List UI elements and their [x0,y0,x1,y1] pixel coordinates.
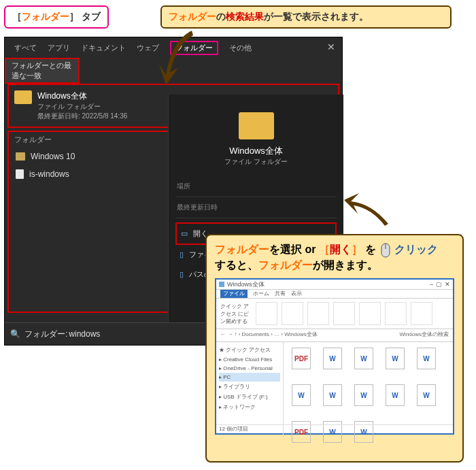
word-icon: W [386,348,405,369]
word-icon: W [386,384,405,406]
arrow-icon [344,186,392,227]
file-item[interactable]: W [289,384,313,414]
tab-docs[interactable]: ドキュメント [81,43,126,53]
folder-icon [219,282,224,287]
word-icon: W [323,348,342,369]
tab-all[interactable]: すべて [14,43,37,53]
explorer-ribbon: クイック アクセス にピン留めする [216,299,453,329]
best-match-title: Windows全体 [37,90,127,102]
file-icon [16,169,24,179]
detail-subtitle: ファイル フォルダー [175,157,337,167]
detail-label-place: 場所 [175,176,337,197]
side-lib[interactable]: ▸ ライブラリ [219,382,280,392]
copy-icon: ▯ [180,270,184,279]
best-match-header: フォルダーとの最適な一致 [5,58,80,84]
callout-folder-tab: ［フォルダー］ タブ [4,5,109,29]
explorer-sidebar: ★ クイック アクセス ▸ Creative Cloud Files ▸ One… [216,342,284,437]
best-match-date: 最終更新日時: 2022/5/8 14:36 [37,112,127,121]
tab-apps[interactable]: アプリ [48,43,70,53]
max-icon[interactable]: ▢ [436,281,442,288]
search-icon: 🔍 [10,329,20,339]
ribbon-tab-view[interactable]: 表示 [291,290,302,298]
explorer-ribbon-tabs: ファイル ホーム 共有 表示 [216,290,453,299]
best-match-type: ファイル フォルダー [37,102,127,112]
explorer-file-pane[interactable]: PDFWWWWWWWWWPDFWW [284,342,453,437]
explorer-window: Windows全体 – ▢ ✕ ファイル ホーム 共有 表示 クイック アクセス… [215,278,454,435]
callout-top: フォルダーの検索結果が一覧で表示されます。 [160,5,452,29]
file-item[interactable]: W [414,348,439,377]
ribbon-tab-home[interactable]: ホーム [253,290,269,298]
close-icon[interactable]: ✕ [445,281,450,288]
file-item[interactable]: W [383,348,407,377]
file-item[interactable]: W [383,384,407,414]
side-usb[interactable]: ▸ USB ドライブ (F:) [219,392,280,402]
explorer-search-box[interactable]: Windows全体の検索 [400,331,449,338]
word-icon: W [417,384,436,406]
mouse-icon [379,242,392,258]
arrow-icon [158,27,199,88]
word-icon: W [292,384,311,406]
folder-icon [14,90,32,104]
folder-icon: ▯ [180,250,184,259]
file-item[interactable]: PDF [289,348,313,377]
ribbon-btn[interactable] [256,302,277,325]
file-item[interactable]: W [320,384,345,414]
ribbon-tab-file[interactable]: ファイル [220,290,248,298]
open-icon: ▭ [181,229,188,238]
pdf-icon: PDF [292,348,311,369]
callout-lower: フォルダーを選択 or ［開く］ を クリック すると、フォルダーが開きます。 … [205,234,464,463]
word-icon: W [417,348,436,369]
word-icon: W [354,384,373,406]
ribbon-btn[interactable] [385,302,407,325]
ribbon-btn[interactable] [411,302,432,325]
folder-icon [239,112,274,139]
side-net[interactable]: ▸ ネットワーク [219,402,280,412]
side-onedrive[interactable]: ▸ OneDrive - Personal [219,364,280,373]
detail-title: Windows全体 [175,145,337,157]
file-item[interactable]: W [320,348,345,377]
file-item[interactable]: W [414,384,439,414]
tab-more[interactable]: その他 [229,43,252,53]
file-item[interactable]: W [352,348,376,377]
file-item[interactable]: W [352,384,376,414]
detail-label-date: 最終更新日時 [175,197,337,218]
word-icon: W [323,384,342,406]
folder-icon [16,152,25,161]
side-quick[interactable]: ★ クイック アクセス [219,345,280,355]
ribbon-btn[interactable] [333,302,355,325]
side-cc[interactable]: ▸ Creative Cloud Files [219,355,280,364]
explorer-statusbar: 12 個の項目 [216,424,453,433]
ribbon-btn-pin[interactable]: クイック アクセス にピン留めする [220,303,252,325]
side-pc[interactable]: ▸ PC [219,373,280,382]
word-icon: W [354,348,373,369]
explorer-title: Windows全体 [227,280,265,289]
ribbon-btn[interactable] [359,302,381,325]
tab-web[interactable]: ウェブ [137,43,159,53]
search-prefix: フォルダー: [24,329,67,340]
explorer-path[interactable]: ← → ↑ › Documents › … › Windows全体 Window… [216,329,453,342]
min-icon[interactable]: – [430,281,433,288]
explorer-titlebar: Windows全体 – ▢ ✕ [216,280,453,290]
ribbon-btn[interactable] [282,302,303,325]
close-icon[interactable]: ✕ [327,41,335,52]
ribbon-tab-share[interactable]: 共有 [275,290,286,298]
search-input[interactable] [67,329,179,339]
ribbon-btn[interactable] [307,302,329,325]
